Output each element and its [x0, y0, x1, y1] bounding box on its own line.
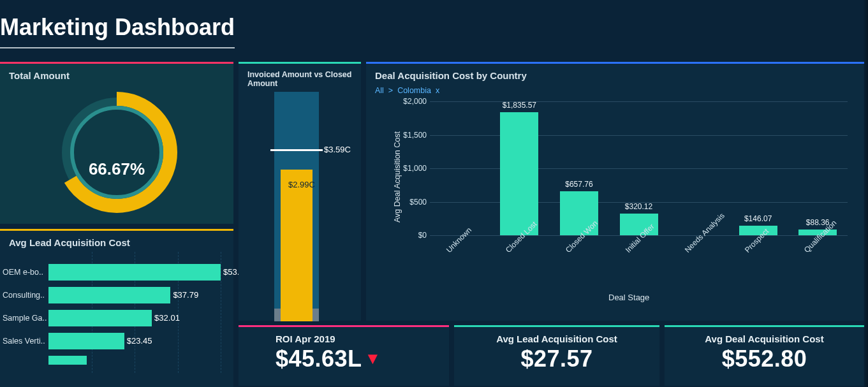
gauge-chart	[0, 85, 233, 216]
ytick-label: $1,500	[395, 131, 427, 140]
hbar-chart: OEM e-bo..$53.31Consulting..$37.79Sample…	[0, 252, 233, 373]
closed-value-label: $2.99C	[288, 180, 315, 189]
column-chart: Avg Deal Acquisition Cost $0$500$1,000$1…	[398, 101, 857, 275]
breadcrumb: All > Colombia x	[366, 85, 864, 99]
column-value-label: $320.12	[614, 202, 665, 211]
gauge-percent-label: 66.67%	[0, 159, 233, 179]
hbar-value: $37.79	[173, 290, 198, 300]
invoiced-value-label: $3.59C	[324, 145, 351, 154]
right-edge-shadow	[863, 0, 868, 387]
column-value-label: $146.07	[733, 214, 784, 223]
kpi-avg-lead-cost: Avg Lead Acquisition Cost $27.57	[454, 325, 659, 386]
hbar-bar[interactable]	[48, 333, 124, 349]
panel-total-amount: Total Amount 66.67%	[0, 62, 233, 224]
kpi-value: $27.57	[454, 344, 659, 372]
panel-title: Invoiced Amount vs Closed Amount	[239, 64, 361, 92]
trend-down-icon: ▼	[362, 349, 381, 368]
chart-ylabel: Avg Deal Acquisition Cost	[393, 131, 402, 223]
dashboard-root: Marketing Dashboard Total Amount 66.67% …	[0, 0, 868, 387]
kpi-avg-deal-cost: Avg Deal Acquisition Cost $552.80	[665, 325, 864, 386]
hbar-row: OEM e-bo..$53.31	[0, 263, 227, 281]
stacked-column-chart: $3.59C $2.99C	[239, 92, 361, 321]
kpi-title: Avg Deal Acquisition Cost	[665, 327, 864, 344]
kpi-title: ROI Apr 2019	[239, 327, 449, 344]
hbar-row: Sample Ga..$32.01	[0, 309, 227, 327]
hbar-label: Sample Ga..	[0, 314, 48, 323]
hbar-label: OEM e-bo..	[0, 268, 48, 277]
svg-point-2	[72, 108, 161, 197]
ytick-label: $500	[395, 198, 427, 207]
panel-invoiced-vs-closed: Invoiced Amount vs Closed Amount $3.59C …	[239, 62, 361, 321]
hbar-bar[interactable]	[48, 310, 152, 326]
kpi-roi: ROI Apr 2019 $45.63L▼	[239, 325, 449, 386]
breadcrumb-sep: >	[388, 86, 393, 95]
column-value-label: $1,835.57	[494, 101, 545, 110]
column-value-label: $657.76	[554, 180, 605, 189]
kpi-value: $552.80	[665, 344, 864, 372]
hbar-bar[interactable]	[48, 264, 221, 281]
kpi-value-text: $45.63L	[276, 346, 362, 372]
column-category-label: Needs Analysis	[683, 211, 726, 254]
ytick-label: $2,000	[395, 97, 427, 106]
breadcrumb-all[interactable]: All	[375, 86, 384, 95]
hbar-bar[interactable]	[48, 287, 170, 303]
kpi-title: Avg Lead Acquisition Cost	[454, 327, 659, 344]
hbar-label: Consulting..	[0, 291, 48, 300]
panel-title: Avg Lead Acquisition Cost	[0, 231, 233, 252]
hbar-value: $32.01	[154, 313, 180, 323]
panel-title: Total Amount	[0, 64, 233, 85]
panel-deal-by-country: Deal Acquisition Cost by Country All > C…	[366, 62, 864, 321]
panel-title: Deal Acquisition Cost by Country	[366, 64, 864, 85]
hbar-row: Sales Verti..$23.45	[0, 332, 227, 350]
breadcrumb-current[interactable]: Colombia	[397, 86, 431, 95]
breadcrumb-close-icon[interactable]: x	[436, 86, 439, 95]
hbar-value: $23.45	[127, 336, 152, 346]
column-category-label: Unknown	[445, 226, 473, 254]
kpi-value: $45.63L▼	[239, 344, 449, 372]
ytick-label: $0	[395, 231, 427, 240]
panel-lead-hbars: Avg Lead Acquisition Cost OEM e-bo..$53.…	[0, 229, 233, 387]
hbar-label: Sales Verti..	[0, 337, 48, 346]
hbar-row: Consulting..$37.79	[0, 286, 227, 304]
page-title: Marketing Dashboard	[0, 0, 235, 48]
chart-xlabel: Deal Stage	[608, 293, 649, 302]
ytick-label: $1,000	[395, 164, 427, 173]
column-bar[interactable]	[500, 112, 538, 235]
